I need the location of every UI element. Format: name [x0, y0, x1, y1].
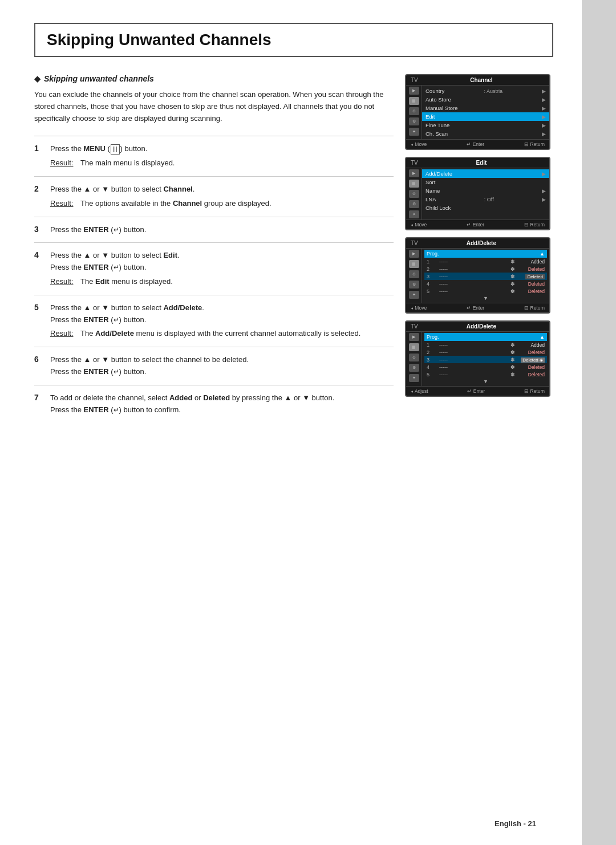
- step-4-number: 4: [34, 250, 43, 259]
- tv-screen-3-label: TV: [411, 240, 418, 246]
- tv-table-4-row-4: 4 ----- ✽ Deleted: [424, 363, 547, 371]
- tv-menu-manualstore: Manual Store▶: [422, 104, 549, 112]
- step-6-number: 6: [34, 354, 43, 364]
- step-3-number: 3: [34, 224, 43, 234]
- step-7-body: To add or delete the channel, select Add…: [50, 392, 394, 416]
- page-footer: English - 21: [495, 819, 536, 828]
- tv-table-4-row-2: 2 ----- ✽ Deleted: [424, 348, 547, 356]
- tv-menu-lna: LNA: Off▶: [422, 195, 549, 204]
- step-4-result-label: Result:: [50, 276, 76, 288]
- tv-table-3-header: Prog. ▲: [424, 250, 547, 258]
- tv-icon-s2-3: ⊙: [409, 190, 419, 198]
- tv-menu-childlock: Child Lock: [422, 204, 549, 212]
- step-6-body: Press the ▲ or ▼ button to select the ch…: [50, 354, 394, 378]
- tv-screen-2-footer: ⬧ Move↵ Enter⊟ Return: [406, 220, 549, 229]
- tv-screen-2-header: TV Edit: [406, 158, 549, 168]
- tv-screen-4-icons: ▶ ▦ ⊙ ⚙ ✦: [406, 332, 422, 386]
- step-4-body: Press the ▲ or ▼ button to select Edit.P…: [50, 250, 394, 287]
- tv-icon-s4-2: ▦: [409, 343, 419, 351]
- step-1: 1 Press the MENU (|||) button. Result: T…: [34, 136, 394, 177]
- step-5-body: Press the ▲ or ▼ button to select Add/De…: [50, 302, 394, 340]
- tv-icon-s3-5: ✦: [409, 291, 419, 299]
- step-5-number: 5: [34, 302, 43, 312]
- step-5-result-text: The Add/Delete menu is displayed with th…: [80, 328, 360, 340]
- section-heading: Skipping unwanted channels: [34, 74, 394, 83]
- tv-screen-1-label: TV: [411, 77, 418, 83]
- tv-menu-name: Name▶: [422, 186, 549, 195]
- right-column: TV Channel ▶ ▦ ⊙ ⚙ ✦: [405, 74, 553, 422]
- step-2: 2 Press the ▲ or ▼ button to select Chan…: [34, 177, 394, 217]
- main-content: Skipping Unwanted Channels Skipping unwa…: [0, 0, 582, 845]
- tv-table-3-row-1: 1 ----- ✽ Added: [424, 258, 547, 265]
- tv-screen-4-footer: ⬧ Adjust↵ Enter⊟ Return: [406, 386, 549, 396]
- tv-icon-s4-4: ⚙: [409, 364, 419, 372]
- step-5-result-label: Result:: [50, 328, 76, 340]
- step-3-body: Press the ENTER (↵) button.: [50, 224, 394, 236]
- tv-icon-s3-3: ⊙: [409, 270, 419, 278]
- tv-table-3-row-3: 3 ----- ✽ Deleted: [424, 273, 547, 280]
- tv-menu-country: Country: Austria▶: [422, 87, 549, 95]
- tv-screen-3-footer: ⬧ Move↵ Enter⊟ Return: [406, 303, 549, 312]
- step-4-text: Press the ▲ or ▼ button to select Edit.P…: [50, 251, 180, 271]
- tv-screen-3-table: Prog. ▲ 1 ----- ✽ Added 2 --: [422, 249, 549, 303]
- tv-menu-finetune: Fine Tune▶: [422, 121, 549, 129]
- tv-screen-3-title: Add/Delete: [467, 240, 496, 246]
- step-2-number: 2: [34, 184, 43, 193]
- right-sidebar: [582, 0, 616, 845]
- step-5-text: Press the ▲ or ▼ button to select Add/De…: [50, 303, 204, 324]
- tv-screen-4-title: Add/Delete: [467, 323, 496, 330]
- tv-screen-2-label: TV: [411, 160, 418, 166]
- tv-screen-1-icons: ▶ ▦ ⊙ ⚙ ✦: [406, 86, 422, 139]
- tv-screen-1-title: Channel: [470, 77, 492, 83]
- tv-screen-1-body: ▶ ▦ ⊙ ⚙ ✦ Country: Austria▶ Auto Store▶: [406, 86, 549, 139]
- tv-icon-s4-5: ✦: [409, 374, 419, 382]
- tv-icon-s2-4: ⚙: [409, 200, 419, 208]
- tv-table-4-header: Prog. ▲: [424, 333, 547, 341]
- tv-table-3-row-5: 5 ----- ✽ Deleted: [424, 287, 547, 295]
- tv-icon-s2-2: ▦: [409, 180, 419, 188]
- step-1-text: Press the MENU (|||) button.: [50, 144, 147, 153]
- steps-list: 1 Press the MENU (|||) button. Result: T…: [34, 136, 394, 422]
- tv-table-4-row-1: 1 ----- ✽ Added: [424, 341, 547, 348]
- tv-icon-s4-1: ▶: [409, 333, 419, 341]
- step-6-text: Press the ▲ or ▼ button to select the ch…: [50, 355, 249, 376]
- step-1-number: 1: [34, 143, 43, 153]
- tv-screen-1-footer: ⬧ Move↵ Enter⊟ Return: [406, 139, 549, 149]
- tv-screen-2: TV Edit ▶ ▦ ⊙ ⚙ ✦: [405, 157, 550, 230]
- tv-screen-4-header: TV Add/Delete: [406, 322, 549, 332]
- step-2-text: Press the ▲ or ▼ button to select Channe…: [50, 185, 194, 193]
- tv-screen-2-icons: ▶ ▦ ⊙ ⚙ ✦: [406, 168, 422, 220]
- step-4: 4 Press the ▲ or ▼ button to select Edit…: [34, 243, 394, 295]
- page-container: Skipping Unwanted Channels Skipping unwa…: [0, 0, 616, 845]
- tv-screen-4-label: TV: [411, 323, 418, 330]
- tv-screen-3-header: TV Add/Delete: [406, 238, 549, 249]
- tv-menu-adddelete: Add/Delete▶: [422, 169, 549, 178]
- tv-icon-s3-4: ⚙: [409, 281, 419, 289]
- tv-screen-4-table: Prog. ▲ 1 ----- ✽ Added 2 --: [422, 332, 549, 386]
- tv-icon-3: ⊙: [409, 107, 419, 115]
- tv-table-3-row-4: 4 ----- ✽ Deleted: [424, 280, 547, 287]
- tv-screen-4: TV Add/Delete ▶ ▦ ⊙ ⚙ ✦: [405, 320, 550, 397]
- tv-icon-s3-2: ▦: [409, 260, 419, 268]
- tv-icon-s3-1: ▶: [409, 250, 419, 258]
- tv-screen-4-body: ▶ ▦ ⊙ ⚙ ✦ Prog. ▲ 1: [406, 332, 549, 386]
- tv-screen-1: TV Channel ▶ ▦ ⊙ ⚙ ✦: [405, 74, 550, 150]
- intro-text: You can exclude the channels of your cho…: [34, 89, 394, 124]
- tv-icon-s4-3: ⊙: [409, 354, 419, 361]
- title-box: Skipping Unwanted Channels: [34, 23, 553, 57]
- tv-table-3-row-2: 2 ----- ✽ Deleted: [424, 265, 547, 273]
- tv-icon-4: ⚙: [409, 117, 419, 125]
- tv-screen-3-icons: ▶ ▦ ⊙ ⚙ ✦: [406, 249, 422, 303]
- tv-icon-5: ✦: [409, 128, 419, 136]
- step-7: 7 To add or delete the channel, select A…: [34, 385, 394, 423]
- step-3-text: Press the ENTER (↵) button.: [50, 225, 146, 234]
- tv-screen-1-menu: Country: Austria▶ Auto Store▶ Manual Sto…: [422, 86, 549, 139]
- left-column: Skipping unwanted channels You can exclu…: [34, 74, 394, 422]
- step-5: 5 Press the ▲ or ▼ button to select Add/…: [34, 295, 394, 347]
- step-7-number: 7: [34, 392, 43, 402]
- step-3: 3 Press the ENTER (↵) button.: [34, 217, 394, 243]
- page-title: Skipping Unwanted Channels: [47, 31, 541, 49]
- tv-icon-s2-1: ▶: [409, 169, 419, 177]
- tv-screen-3: TV Add/Delete ▶ ▦ ⊙ ⚙ ✦: [405, 237, 550, 314]
- step-1-body: Press the MENU (|||) button. Result: The…: [50, 143, 394, 169]
